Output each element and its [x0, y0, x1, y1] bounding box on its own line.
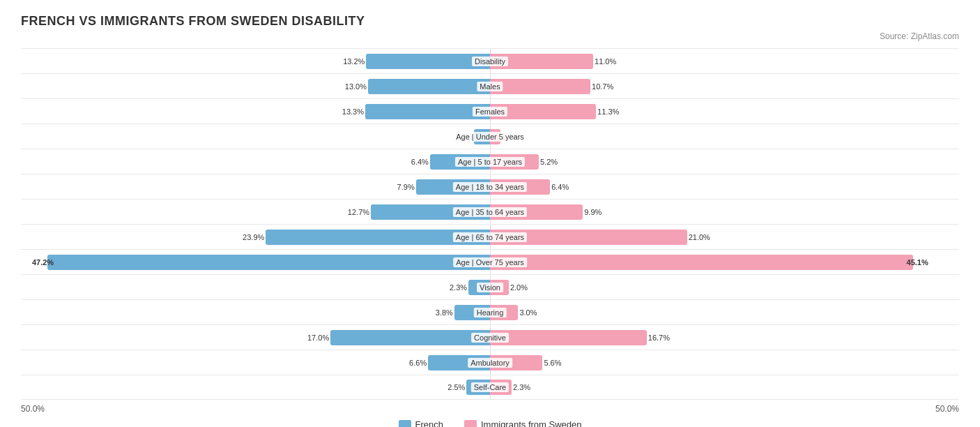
row-label: Age | 65 to 74 years — [453, 232, 527, 242]
row-label: Age | Over 75 years — [453, 257, 527, 267]
bar-left — [368, 79, 490, 94]
val-right: 11.0% — [595, 57, 616, 66]
val-left: 12.7% — [348, 208, 369, 216]
val-right: 2.3% — [513, 383, 530, 391]
legend-sweden-box — [464, 420, 477, 428]
chart-title: FRENCH VS IMMIGRANTS FROM SWEDEN DISABIL… — [21, 14, 959, 29]
x-axis-right: 50.0% — [935, 404, 959, 414]
row-label: Disability — [472, 57, 508, 66]
val-right: 3.0% — [519, 308, 537, 317]
bar-container: 23.9% 21.0% Age | 65 to 74 years — [21, 225, 959, 249]
val-right: 10.7% — [592, 82, 613, 91]
bar-left — [365, 104, 490, 119]
row-label: Age | 5 to 17 years — [455, 157, 525, 167]
chart-row: 7.9% 6.4% Age | 18 to 34 years — [21, 174, 959, 199]
bar-container: 12.7% 9.9% Age | 35 to 64 years — [21, 200, 959, 224]
chart-row: 13.2% 11.0% Disability — [21, 48, 959, 73]
bar-container: 2.3% 2.0% Vision — [21, 275, 959, 299]
row-label: Vision — [477, 283, 503, 292]
row-label: Age | 18 to 34 years — [453, 182, 527, 192]
chart-row: 3.8% 3.0% Hearing — [21, 299, 959, 324]
val-left: 13.3% — [342, 107, 364, 116]
legend-sweden-label: Immigrants from Sweden — [481, 419, 582, 427]
legend-french-label: French — [415, 419, 443, 427]
row-label: Hearing — [474, 308, 507, 317]
chart-area: 13.2% 11.0% Disability 13.0% 10.7% Males… — [21, 48, 959, 400]
val-left: 47.2% — [32, 258, 56, 267]
val-right: 16.7% — [648, 334, 670, 342]
val-left: 17.0% — [307, 334, 329, 342]
row-label: Self-Care — [471, 382, 509, 392]
val-left: 13.2% — [343, 57, 365, 66]
row-label: Ambulatory — [468, 358, 512, 368]
bar-container: 2.5% 2.3% Self-Care — [21, 375, 959, 399]
val-left: 6.6% — [409, 359, 427, 367]
bar-right — [490, 79, 590, 94]
chart-row: 12.7% 9.9% Age | 35 to 64 years — [21, 199, 959, 224]
chart-row: 13.3% 11.3% Females — [21, 98, 959, 123]
bar-container: 6.6% 5.6% Ambulatory — [21, 350, 959, 375]
val-right: 11.3% — [597, 107, 619, 116]
val-right: 2.0% — [510, 283, 528, 292]
bar-container: 13.2% 11.0% Disability — [21, 49, 959, 73]
bar-right — [490, 330, 647, 345]
chart-row: 6.4% 5.2% Age | 5 to 17 years — [21, 149, 959, 174]
val-left: 13.0% — [345, 82, 367, 91]
row-label: Cognitive — [471, 333, 509, 343]
val-left: 7.9% — [397, 183, 415, 191]
chart-row: 6.6% 5.6% Ambulatory — [21, 350, 959, 375]
chart-row: 1.7% 1.1% Age | Under 5 years — [21, 123, 959, 149]
legend-sweden: Immigrants from Sweden — [464, 419, 582, 427]
bar-container: 1.7% 1.1% Age | Under 5 years — [21, 124, 959, 149]
legend-french-box — [399, 420, 411, 428]
bar-left — [330, 330, 490, 345]
val-left: 23.9% — [243, 233, 264, 241]
val-right: 5.2% — [540, 158, 558, 166]
x-axis: 50.0% 50.0% — [21, 400, 959, 417]
legend: French Immigrants from Sweden — [21, 419, 959, 427]
val-right: 21.0% — [689, 233, 710, 241]
val-right: 45.1% — [904, 258, 928, 267]
chart-row: 23.9% 21.0% Age | 65 to 74 years — [21, 224, 959, 249]
x-axis-left: 50.0% — [21, 404, 45, 414]
bar-container: 47.2% 45.1% Age | Over 75 years — [21, 250, 959, 274]
chart-row: 13.0% 10.7% Males — [21, 73, 959, 98]
bar-container: 13.0% 10.7% Males — [21, 74, 959, 98]
source-label: Source: ZipAtlas.com — [21, 31, 959, 41]
bar-container: 3.8% 3.0% Hearing — [21, 300, 959, 324]
chart-row: 17.0% 16.7% Cognitive — [21, 324, 959, 350]
val-right: 5.6% — [544, 359, 561, 367]
chart-row: 47.2% 45.1% Age | Over 75 years — [21, 249, 959, 274]
val-left: 6.4% — [411, 158, 429, 166]
val-right: 6.4% — [551, 183, 569, 191]
row-label: Age | 35 to 64 years — [453, 207, 527, 217]
chart-row: 2.3% 2.0% Vision — [21, 274, 959, 299]
bar-container: 13.3% 11.3% Females — [21, 99, 959, 123]
val-left: 2.3% — [450, 283, 467, 292]
row-label: Females — [473, 107, 507, 117]
bar-left — [47, 255, 490, 270]
val-left: 2.5% — [447, 383, 465, 391]
bar-container: 7.9% 6.4% Age | 18 to 34 years — [21, 174, 959, 199]
val-right: 9.9% — [584, 208, 602, 216]
chart-row: 2.5% 2.3% Self-Care — [21, 375, 959, 400]
val-left: 3.8% — [436, 308, 453, 317]
bar-container: 6.4% 5.2% Age | 5 to 17 years — [21, 149, 959, 174]
row-label: Age | Under 5 years — [453, 132, 527, 142]
legend-french: French — [399, 419, 443, 427]
bar-container: 17.0% 16.7% Cognitive — [21, 325, 959, 350]
row-label: Males — [477, 82, 503, 91]
bar-right — [490, 255, 913, 270]
